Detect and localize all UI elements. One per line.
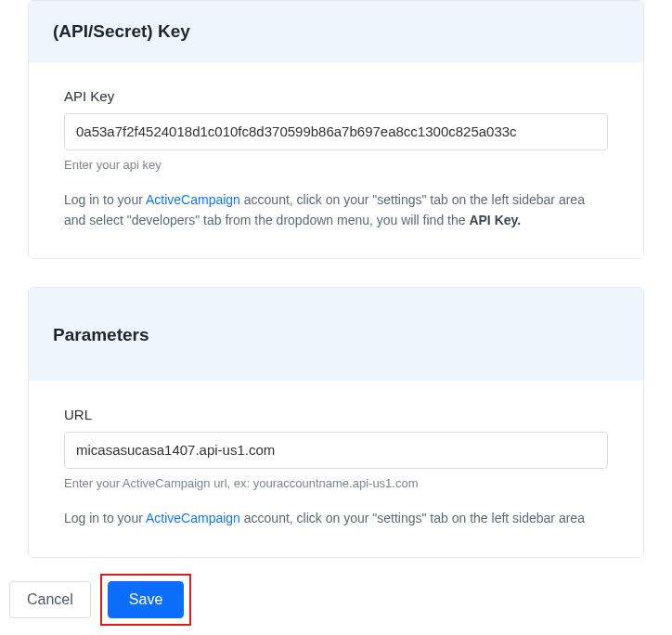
api-key-helper: Enter your api key: [64, 158, 608, 172]
api-key-label: API Key: [64, 88, 608, 104]
api-key-card: (API/Secret) Key API Key Enter your api …: [28, 0, 644, 259]
activecampaign-link[interactable]: ActiveCampaign: [146, 192, 240, 207]
parameters-card-header: Parameters: [29, 288, 643, 381]
parameters-card: Parameters URL Enter your ActiveCampaign…: [28, 287, 644, 558]
url-input[interactable]: [64, 432, 608, 469]
url-instr-post: account, click on your "settings" tab on…: [240, 511, 585, 525]
url-instr-pre: Log in to your: [64, 511, 146, 525]
api-key-card-header: (API/Secret) Key: [29, 1, 643, 62]
save-highlight-box: Save: [100, 574, 191, 626]
api-key-input[interactable]: [64, 113, 608, 150]
parameters-section-title: Parameters: [53, 325, 619, 345]
api-key-card-body: API Key Enter your api key Log in to you…: [29, 62, 643, 258]
url-label: URL: [64, 407, 608, 422]
api-key-instructions: Log in to your ActiveCampaign account, c…: [64, 190, 608, 230]
cancel-button[interactable]: Cancel: [9, 581, 91, 618]
api-instr-pre: Log in to your: [64, 192, 146, 207]
api-instr-bold: API Key.: [469, 213, 521, 227]
activecampaign-link-2[interactable]: ActiveCampaign: [146, 511, 240, 525]
save-button[interactable]: Save: [108, 581, 184, 618]
url-helper: Enter your ActiveCampaign url, ex: youra…: [64, 476, 608, 490]
action-button-bar: Cancel Save: [9, 574, 191, 626]
api-key-section-title: (API/Secret) Key: [53, 21, 619, 42]
url-instructions: Log in to your ActiveCampaign account, c…: [64, 509, 608, 529]
parameters-card-body: URL Enter your ActiveCampaign url, ex: y…: [29, 381, 643, 557]
